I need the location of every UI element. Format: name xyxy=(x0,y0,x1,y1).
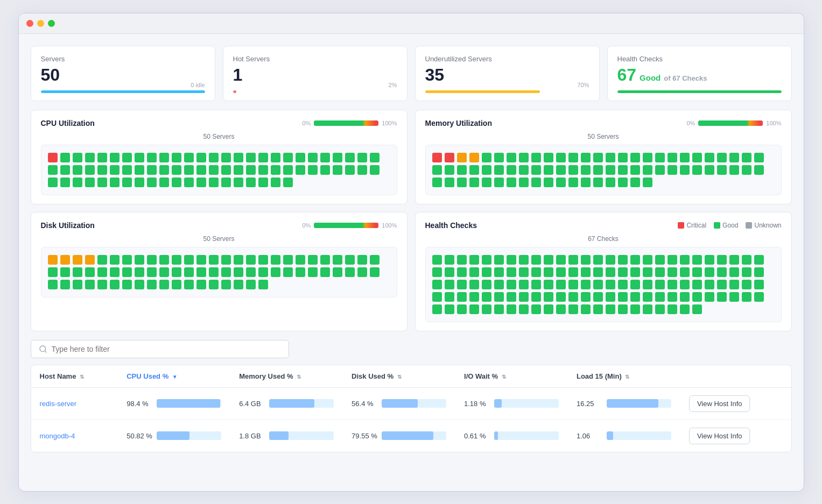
dot xyxy=(556,304,566,314)
host-name-link[interactable]: redis-server xyxy=(40,400,77,408)
disk-bar-bg xyxy=(382,399,446,408)
dot xyxy=(630,304,640,314)
memory-bar-bg xyxy=(269,399,334,408)
hot-servers-bar-bg xyxy=(233,90,397,93)
col-memory-used[interactable]: Memory Used % ⇅ xyxy=(230,365,343,388)
dot xyxy=(246,255,256,265)
dot xyxy=(333,255,342,265)
dot xyxy=(221,267,231,277)
dot xyxy=(630,255,640,265)
memory-metric-wrap: 1.8 GB xyxy=(239,431,334,440)
col-disk-used[interactable]: Disk Used % ⇅ xyxy=(343,365,455,388)
filter-input-wrap[interactable] xyxy=(31,340,289,358)
dot xyxy=(370,153,380,162)
dot xyxy=(457,267,467,277)
host-name-link[interactable]: mongodb-4 xyxy=(40,432,75,440)
dot xyxy=(606,292,615,302)
memory-bar-fill xyxy=(269,399,314,408)
dot xyxy=(606,280,615,289)
dot xyxy=(209,178,219,187)
dot xyxy=(296,153,305,162)
cpu-value-label: 98.4 % xyxy=(127,400,152,408)
dot xyxy=(680,280,690,289)
cpu-metric-wrap: 98.4 % xyxy=(127,399,222,408)
view-host-info-button[interactable]: View Host Info xyxy=(689,395,750,412)
io-value-label: 1.18 % xyxy=(464,400,490,408)
col-cpu-used[interactable]: CPU Used % ▼ xyxy=(118,365,230,388)
stat-cards-row: Servers 50 0 idle Hot Servers 1 xyxy=(31,46,792,101)
dot xyxy=(754,292,764,302)
dot xyxy=(556,255,566,265)
dot xyxy=(48,280,58,289)
filter-input[interactable] xyxy=(52,345,281,353)
dot xyxy=(581,280,591,289)
dot xyxy=(630,165,640,175)
dot xyxy=(271,153,280,162)
col-load15[interactable]: Load 15 (Min) ⇅ xyxy=(568,365,680,388)
disk-metric-wrap: 79.55 % xyxy=(352,431,447,440)
dot xyxy=(110,178,120,187)
dot xyxy=(283,153,293,162)
dot xyxy=(655,292,665,302)
dot xyxy=(668,292,677,302)
col-io-wait[interactable]: I/O Wait % ⇅ xyxy=(455,365,568,388)
col-host-name[interactable]: Host Name ⇅ xyxy=(31,365,118,388)
underutilized-bar-label: 70% xyxy=(577,82,589,88)
dot xyxy=(135,255,144,265)
dot xyxy=(196,267,206,277)
dot xyxy=(196,178,206,187)
hot-servers-value-wrap: 1 xyxy=(233,65,397,85)
dot xyxy=(593,280,603,289)
underutilized-label: Underutilized Servers xyxy=(425,55,589,63)
dot xyxy=(568,292,578,302)
dot xyxy=(742,153,751,162)
dot xyxy=(60,267,70,277)
dot xyxy=(692,255,702,265)
dot xyxy=(581,153,591,162)
dot xyxy=(606,165,615,175)
cell-action: View Host Info xyxy=(680,420,791,452)
dot xyxy=(519,304,529,314)
dot xyxy=(308,165,318,175)
dot xyxy=(655,267,665,277)
dot xyxy=(531,292,541,302)
dot xyxy=(705,255,714,265)
maximize-button[interactable] xyxy=(48,20,55,27)
dot xyxy=(568,267,578,277)
dot xyxy=(85,280,95,289)
dot xyxy=(246,178,256,187)
dot xyxy=(482,178,491,187)
dot xyxy=(445,153,454,162)
view-host-info-button[interactable]: View Host Info xyxy=(689,428,750,444)
dot xyxy=(680,255,690,265)
disk-scale-right: 100% xyxy=(382,222,397,229)
dot xyxy=(544,292,553,302)
dot xyxy=(531,280,541,289)
dot xyxy=(48,153,58,162)
minimize-button[interactable] xyxy=(37,20,44,27)
dot xyxy=(469,292,479,302)
close-button[interactable] xyxy=(26,20,33,27)
dot xyxy=(494,280,504,289)
dot xyxy=(97,165,107,175)
health-checks-card-label: Health Checks xyxy=(617,55,782,63)
memory-scale-right: 100% xyxy=(766,120,781,126)
hot-servers-bar-label: 2% xyxy=(389,82,397,88)
stat-card-underutilized: Underutilized Servers 35 70% xyxy=(415,46,600,101)
dot xyxy=(729,153,739,162)
underutilized-bar-bg xyxy=(425,90,589,93)
dot xyxy=(172,178,181,187)
dot xyxy=(234,255,243,265)
dot xyxy=(469,304,479,314)
dot xyxy=(221,255,231,265)
memory-scale-left: 0% xyxy=(686,120,695,126)
dot xyxy=(135,153,144,162)
dot xyxy=(507,153,516,162)
cpu-utilization-panel: CPU Utilization 0% 100% 50 Servers xyxy=(31,110,408,204)
health-checks-good: Good xyxy=(640,73,661,82)
dot xyxy=(271,267,280,277)
filter-section: Host Name ⇅ CPU Used % ▼ Memory Used % ⇅ xyxy=(31,340,792,452)
dot xyxy=(593,165,603,175)
dot xyxy=(742,255,751,265)
health-checks-bar-bg xyxy=(617,90,782,93)
